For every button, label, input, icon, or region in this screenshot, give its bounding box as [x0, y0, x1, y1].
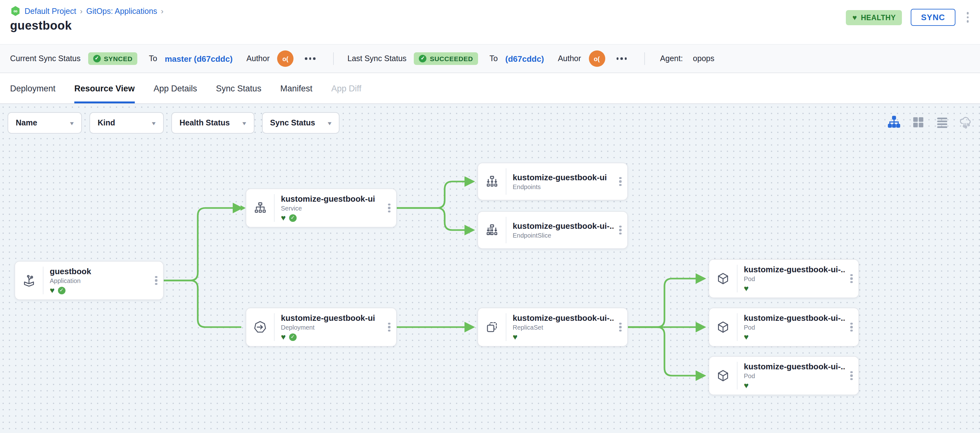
tab-app-diff: App Diff	[331, 73, 361, 103]
to-label: To	[489, 54, 498, 63]
view-mode-switcher	[888, 115, 972, 129]
node-more-options-icon[interactable]	[845, 260, 858, 297]
list-view-icon[interactable]	[935, 115, 948, 129]
chevron-down-icon: ▼	[151, 120, 157, 126]
health-status-badge: ♥ HEALTHY	[846, 10, 902, 25]
node-pod-2[interactable]: kustomize-guestbook-ui-... Pod ♥	[708, 308, 859, 347]
tab-resource-view[interactable]: Resource View	[74, 73, 135, 103]
node-more-options-icon[interactable]	[613, 163, 627, 200]
breadcrumb-project[interactable]: Default Project	[25, 6, 76, 16]
page-header: ∞ Default Project › GitOps: Applications…	[0, 0, 980, 44]
filter-health-status-dropdown[interactable]: Health Status ▼	[171, 112, 255, 134]
filter-label: Sync Status	[270, 118, 315, 127]
node-title: kustomize-guestbook-ui	[513, 173, 613, 182]
breadcrumb-gitops-applications[interactable]: GitOps: Applications	[86, 6, 157, 16]
breadcrumb: ∞ Default Project › GitOps: Applications…	[10, 6, 970, 16]
more-options-icon[interactable]	[964, 10, 971, 25]
node-title: kustomize-guestbook-ui	[281, 194, 382, 204]
node-kind: Pod	[744, 372, 845, 379]
node-more-options-icon[interactable]	[845, 308, 858, 346]
current-sync-badge-label: SYNCED	[104, 55, 132, 62]
tab-deployment[interactable]: Deployment	[10, 73, 56, 103]
endpoints-icon	[478, 163, 506, 200]
last-sync-status-label: Last Sync Status	[347, 54, 407, 63]
sync-button[interactable]: SYNC	[911, 9, 955, 26]
commit-details-ellipsis-icon[interactable]	[305, 58, 315, 60]
node-title: guestbook	[50, 267, 149, 276]
node-title: kustomize-guestbook-ui-...	[744, 265, 845, 274]
commit-details-ellipsis-icon[interactable]	[616, 58, 627, 60]
node-title: kustomize-guestbook-ui-...	[513, 313, 613, 323]
node-more-options-icon[interactable]	[845, 357, 858, 395]
author-avatar[interactable]: o(	[277, 50, 293, 67]
filter-label: Name	[16, 118, 37, 127]
check-circle-icon: ✓	[419, 55, 427, 62]
healthy-heart-icon: ♥	[744, 284, 749, 292]
healthy-heart-icon: ♥	[744, 333, 749, 341]
current-sync-commit-link[interactable]: master (d67cddc)	[165, 54, 232, 63]
cloud-topology-view-icon[interactable]	[959, 115, 972, 129]
author-avatar[interactable]: o(	[589, 50, 605, 67]
node-more-options-icon[interactable]	[382, 189, 396, 227]
current-sync-status-label: Current Sync Status	[10, 54, 81, 63]
node-more-options-icon[interactable]	[613, 308, 627, 346]
tab-app-details[interactable]: App Details	[154, 73, 197, 103]
divider	[644, 52, 645, 65]
node-title: kustomize-guestbook-ui-...	[744, 313, 845, 323]
header-actions: ♥ HEALTHY SYNC	[846, 9, 971, 26]
service-icon	[246, 189, 274, 227]
filter-sync-status-dropdown[interactable]: Sync Status ▼	[262, 112, 340, 134]
node-replicaset-kustomize-guestbook-ui[interactable]: kustomize-guestbook-ui-... ReplicaSet ♥	[477, 308, 628, 347]
pod-icon	[709, 357, 737, 395]
to-label: To	[149, 54, 157, 63]
endpointslice-icon	[478, 212, 506, 248]
node-pod-1[interactable]: kustomize-guestbook-ui-... Pod ♥	[708, 259, 859, 298]
healthy-heart-icon: ♥	[281, 333, 286, 341]
author-label: Author	[247, 54, 270, 63]
check-circle-icon: ✓	[93, 55, 101, 62]
node-service-kustomize-guestbook-ui[interactable]: kustomize-guestbook-ui Service ♥ ✓	[246, 189, 397, 227]
filter-label: Kind	[98, 118, 115, 127]
node-more-options-icon[interactable]	[382, 308, 396, 346]
sync-status-bar: Current Sync Status ✓ SYNCED To master (…	[0, 44, 980, 73]
node-kind: Pod	[744, 275, 845, 282]
resource-tree-canvas[interactable]: Name ▼ Kind ▼ Health Status ▼ Sync Statu…	[0, 104, 980, 433]
agent-value: opops	[693, 54, 714, 63]
node-deployment-kustomize-guestbook-ui[interactable]: kustomize-guestbook-ui Deployment ♥ ✓	[246, 308, 397, 347]
filter-bar: Name ▼ Kind ▼ Health Status ▼ Sync Statu…	[8, 112, 340, 134]
node-more-options-icon[interactable]	[613, 212, 627, 248]
app-window: ∞ Default Project › GitOps: Applications…	[0, 0, 980, 433]
healthy-heart-icon: ♥	[281, 214, 286, 222]
node-endpointslice-kustomize-guestbook-ui[interactable]: kustomize-guestbook-ui-... EndpointSlice	[477, 211, 628, 249]
node-title: kustomize-guestbook-ui	[281, 313, 382, 323]
filter-label: Health Status	[180, 118, 230, 127]
node-more-options-icon[interactable]	[149, 262, 163, 299]
app-tabs: Deployment Resource View App Details Syn…	[0, 73, 980, 104]
healthy-heart-icon: ♥	[744, 381, 749, 390]
grid-view-icon[interactable]	[912, 115, 924, 129]
node-pod-3[interactable]: kustomize-guestbook-ui-... Pod ♥	[708, 356, 859, 395]
filter-name-dropdown[interactable]: Name ▼	[8, 112, 82, 134]
chevron-down-icon: ▼	[326, 120, 333, 126]
tab-sync-status[interactable]: Sync Status	[216, 73, 261, 103]
node-title: kustomize-guestbook-ui-...	[744, 362, 845, 371]
hierarchy-view-icon[interactable]	[888, 115, 900, 129]
deployment-icon	[246, 308, 274, 346]
synced-check-icon: ✓	[289, 333, 296, 341]
heart-icon: ♥	[853, 14, 857, 21]
node-kind: Deployment	[281, 324, 382, 331]
author-label: Author	[558, 54, 581, 63]
agent-label: Agent:	[660, 54, 683, 63]
synced-check-icon: ✓	[57, 286, 65, 294]
synced-check-icon: ✓	[289, 214, 296, 222]
page-title: guestbook	[10, 19, 970, 33]
last-sync-badge-label: SUCCEEDED	[430, 55, 473, 62]
node-application-guestbook[interactable]: guestbook Application ♥ ✓	[14, 261, 164, 300]
pod-icon	[709, 308, 737, 346]
application-icon	[15, 262, 43, 299]
last-sync-commit-link[interactable]: (d67cddc)	[506, 54, 544, 63]
filter-kind-dropdown[interactable]: Kind ▼	[89, 112, 164, 134]
node-endpoints-kustomize-guestbook-ui[interactable]: kustomize-guestbook-ui Endpoints	[477, 163, 628, 200]
tab-manifest[interactable]: Manifest	[280, 73, 312, 103]
health-badge-label: HEALTHY	[861, 14, 896, 21]
